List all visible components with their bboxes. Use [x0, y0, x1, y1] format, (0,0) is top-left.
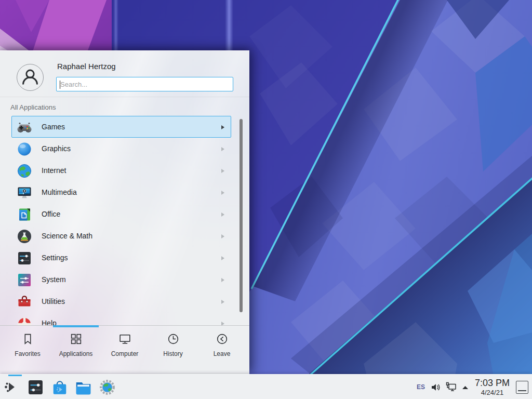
search-input[interactable]: [57, 77, 233, 91]
submenu-arrow-icon: [221, 169, 224, 173]
network-icon[interactable]: [446, 382, 457, 392]
tab-label: Applications: [51, 350, 101, 357]
scrollbar[interactable]: [240, 119, 243, 312]
category-row-science-math[interactable]: Science & Math: [11, 225, 231, 247]
application-launcher-menu: Raphael Hertzog All Applications: [0, 50, 249, 374]
system-settings-icon[interactable]: [28, 379, 44, 395]
category-list: Games Graphics: [0, 116, 249, 325]
category-row-office[interactable]: Office: [11, 203, 231, 225]
category-label: Science & Math: [42, 232, 92, 240]
globe-icon: [17, 163, 32, 179]
submenu-arrow-icon: [221, 147, 224, 151]
category-row-help[interactable]: Help: [11, 312, 231, 325]
category-label: Multimedia: [42, 188, 77, 196]
category-label: System: [42, 275, 66, 284]
digital-clock[interactable]: 7:03 PM 4/24/21: [475, 378, 510, 396]
sphere-icon: [17, 141, 32, 157]
submenu-arrow-icon: [221, 125, 224, 129]
category-label: Graphics: [42, 144, 71, 153]
tab-applications[interactable]: Applications: [51, 332, 101, 357]
show-desktop-glyph: [518, 390, 526, 391]
submenu-arrow-icon: [221, 300, 224, 304]
submenu-arrow-icon: [221, 322, 224, 325]
tab-favorites[interactable]: Favorites: [3, 332, 52, 357]
tab-history[interactable]: History: [148, 332, 198, 357]
discover-software-center-icon[interactable]: [51, 379, 68, 396]
category-label: Internet: [42, 166, 66, 175]
desktop: Raphael Hertzog All Applications: [0, 0, 532, 399]
tab-label: Computer: [100, 350, 150, 357]
category-row-games[interactable]: Games: [11, 116, 231, 138]
menu-tab-bar: Favorites Applications: [0, 325, 249, 375]
category-row-internet[interactable]: Internet: [11, 159, 231, 181]
flask-icon: [17, 229, 32, 244]
text-caret: [60, 81, 60, 89]
category-label: Office: [42, 210, 60, 218]
web-browser-icon[interactable]: [99, 379, 115, 395]
monitor-icon: [118, 332, 131, 345]
tab-leave[interactable]: Leave: [197, 332, 247, 357]
sliders-dark-icon: [17, 250, 32, 266]
tab-label: Leave: [197, 350, 247, 357]
category-label: Games: [42, 123, 65, 131]
submenu-arrow-icon: [221, 234, 224, 238]
category-row-system[interactable]: System: [11, 269, 231, 290]
gamepad-icon: [17, 119, 32, 135]
user-avatar[interactable]: [17, 64, 44, 91]
lifebuoy-icon: [17, 316, 32, 325]
leave-icon: [216, 332, 229, 345]
keyboard-layout-indicator[interactable]: ES: [417, 383, 425, 391]
search-box: [56, 77, 233, 91]
category-row-settings[interactable]: Settings: [11, 247, 231, 269]
active-tab-indicator: [53, 325, 99, 327]
application-launcher-icon[interactable]: [4, 379, 19, 395]
clock-date: 4/24/21: [475, 389, 510, 396]
category-row-graphics[interactable]: Graphics: [11, 138, 231, 159]
submenu-arrow-icon: [221, 212, 224, 217]
system-tray: ES 7:03 PM 4/24/21: [417, 375, 532, 399]
tab-computer[interactable]: Computer: [100, 332, 150, 357]
sliders-gradient-icon: [17, 272, 32, 288]
grid-icon: [70, 332, 83, 345]
user-name: Raphael Hertzog: [57, 62, 116, 71]
launcher-active-indicator: [8, 375, 22, 376]
taskbar-panel: ES 7:03 PM 4/24/21: [0, 374, 532, 399]
submenu-arrow-icon: [221, 256, 224, 260]
documents-icon: [17, 207, 32, 222]
category-label: Help: [42, 319, 57, 325]
category-label: Utilities: [42, 297, 65, 305]
tab-bar-separator: [0, 325, 249, 326]
expand-tray-caret-icon[interactable]: [462, 385, 469, 390]
section-label: All Applications: [10, 103, 56, 111]
show-desktop-button[interactable]: [516, 381, 528, 394]
volume-icon[interactable]: [431, 382, 441, 392]
media-player-icon: [17, 185, 32, 201]
category-row-utilities[interactable]: Utilities: [11, 290, 231, 312]
category-label: Settings: [42, 254, 68, 262]
tab-label: Favorites: [3, 350, 52, 357]
submenu-arrow-icon: [221, 278, 224, 282]
toolbox-icon: [17, 294, 32, 310]
submenu-arrow-icon: [221, 191, 224, 195]
clock-time: 7:03 PM: [475, 378, 510, 388]
file-manager-icon[interactable]: [75, 379, 92, 396]
clock-icon: [167, 332, 180, 345]
category-row-multimedia[interactable]: Multimedia: [11, 181, 231, 203]
tab-label: History: [148, 350, 198, 357]
header-separator: [0, 97, 249, 97]
bookmark-icon: [21, 332, 34, 345]
